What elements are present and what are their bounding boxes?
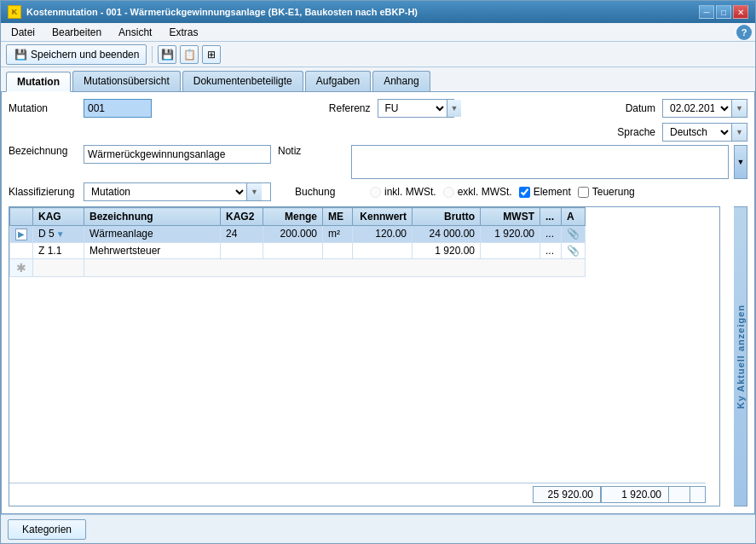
- inkl-mwst-radio-group: inkl. MWSt.: [370, 186, 436, 198]
- new-row[interactable]: ✱: [10, 258, 586, 276]
- tabs-bar: Mutation Mutationsübersicht Dokumentenbe…: [1, 67, 755, 92]
- mutation-input[interactable]: [84, 99, 152, 118]
- col-kag[interactable]: KAG: [33, 208, 84, 226]
- row-me[interactable]: m²: [323, 226, 353, 243]
- save-and-close-button[interactable]: 💾 Speichern und beenden: [6, 44, 147, 65]
- sprache-arrow: ▼: [731, 124, 747, 141]
- side-panel[interactable]: Ky Aktuell anzeigen: [734, 206, 747, 506]
- toolbar-separator: [152, 46, 153, 63]
- row-menge[interactable]: 200.000: [263, 226, 323, 243]
- tab-dokumentenbeteiligte[interactable]: Dokumentenbeteiligte: [182, 71, 303, 91]
- klassifizierung-select[interactable]: Mutation: [84, 183, 246, 200]
- new-row-marker[interactable]: ✱: [10, 258, 33, 276]
- menu-bar: Datei Bearbeiten Ansicht Extras ?: [1, 23, 755, 42]
- notiz-side-button[interactable]: ▼: [734, 145, 747, 179]
- row-kag2[interactable]: 24: [221, 226, 263, 243]
- inkl-mwst-radio[interactable]: [370, 187, 381, 198]
- row-expander: [10, 242, 33, 258]
- save-button[interactable]: 💾: [158, 45, 176, 64]
- col-kennwert[interactable]: Kennwert: [353, 208, 413, 226]
- row-bezeichnung[interactable]: Mehrwertsteuer: [84, 242, 221, 258]
- export-button[interactable]: 📋: [180, 45, 199, 64]
- datum-arrow: ▼: [731, 100, 747, 117]
- bezeichnung-label: Bezeichnung: [9, 145, 77, 157]
- row-kennwert[interactable]: 120.00: [353, 226, 413, 243]
- datum-dropdown[interactable]: 02.02.2012 ▼: [662, 99, 747, 118]
- table-scroll[interactable]: KAG Bezeichnung KAG2 Menge ME Kennwert B…: [9, 207, 719, 483]
- row-me[interactable]: [323, 242, 353, 258]
- referenz-select[interactable]: FU: [378, 100, 447, 117]
- sprache-select[interactable]: Deutsch: [663, 124, 731, 141]
- expander-icon[interactable]: ▶: [15, 229, 27, 240]
- table-container: KAG Bezeichnung KAG2 Menge ME Kennwert B…: [9, 206, 720, 506]
- help-button[interactable]: ?: [736, 25, 752, 40]
- grid-icon: ⊞: [207, 49, 216, 61]
- row-kag[interactable]: D 5 ▼: [33, 226, 84, 243]
- tab-mutation[interactable]: Mutation: [6, 72, 71, 92]
- new-row-kag[interactable]: [33, 258, 84, 276]
- main-content: Mutation Referenz FU ▼ Datum 02.02.2012 …: [1, 92, 755, 514]
- teuerung-label: Teuerung: [592, 186, 635, 198]
- table-row[interactable]: ▶ D 5 ▼ Wärmeanlage 24: [10, 226, 586, 243]
- row-kennwert[interactable]: [353, 242, 413, 258]
- menu-extras[interactable]: Extras: [162, 25, 205, 40]
- tab-aufgaben[interactable]: Aufgaben: [305, 71, 371, 91]
- row-attachment[interactable]: 📎: [562, 226, 586, 243]
- row-mwst[interactable]: 1 920.00: [481, 226, 540, 243]
- klassifizierung-dropdown[interactable]: Mutation ▼: [84, 182, 271, 201]
- row-kag[interactable]: Z 1.1: [33, 242, 84, 258]
- col-mwst[interactable]: MWST: [481, 208, 540, 226]
- referenz-label: Referenz: [320, 102, 371, 114]
- sprache-row: Sprache Deutsch ▼: [9, 123, 747, 142]
- row-dots[interactable]: ...: [540, 226, 562, 243]
- element-label: Element: [534, 186, 571, 198]
- footer-totals: 25 920.00 1 920.00: [9, 483, 706, 506]
- maximize-button[interactable]: □: [716, 5, 731, 19]
- bezeichnung-input[interactable]: [84, 145, 271, 164]
- save2-icon: 💾: [161, 49, 174, 61]
- row-expander[interactable]: ▶: [10, 226, 33, 243]
- new-row-content[interactable]: [84, 258, 586, 276]
- kategorien-button[interactable]: Kategorien: [8, 519, 86, 540]
- klassifizierung-arrow: ▼: [246, 183, 262, 200]
- col-dots[interactable]: ...: [540, 208, 562, 226]
- menu-datei[interactable]: Datei: [4, 25, 42, 40]
- sprache-dropdown[interactable]: Deutsch ▼: [662, 123, 747, 142]
- notiz-input[interactable]: [351, 145, 729, 179]
- col-bezeichnung[interactable]: Bezeichnung: [84, 208, 221, 226]
- mutation-row: Mutation Referenz FU ▼ Datum 02.02.2012 …: [9, 99, 747, 118]
- row-kag2[interactable]: [221, 242, 263, 258]
- col-kag2[interactable]: KAG2: [221, 208, 263, 226]
- tab-mutationsuebersicht[interactable]: Mutationsübersicht: [72, 71, 181, 91]
- minimize-button[interactable]: ─: [699, 5, 714, 19]
- datum-select[interactable]: 02.02.2012: [663, 100, 731, 117]
- close-button[interactable]: ✕: [733, 5, 748, 19]
- menu-ansicht[interactable]: Ansicht: [112, 25, 159, 40]
- teuerung-checkbox[interactable]: [578, 187, 589, 198]
- col-brutto[interactable]: Brutto: [413, 208, 481, 226]
- row-attachment[interactable]: 📎: [562, 242, 586, 258]
- row-brutto[interactable]: 1 920.00: [413, 242, 481, 258]
- mutation-label: Mutation: [9, 102, 77, 114]
- row-brutto[interactable]: 24 000.00: [413, 226, 481, 243]
- bezeichnung-row: Bezeichnung Notiz ▼: [9, 145, 747, 179]
- row-dots[interactable]: ...: [540, 242, 562, 258]
- row-mwst[interactable]: [481, 242, 540, 258]
- col-menge[interactable]: Menge: [263, 208, 323, 226]
- tab-anhang[interactable]: Anhang: [372, 71, 430, 91]
- grid-button[interactable]: ⊞: [202, 45, 221, 64]
- col-me[interactable]: ME: [323, 208, 353, 226]
- bottom-bar: Kategorien: [1, 514, 755, 543]
- inkl-mwst-label: inkl. MWSt.: [384, 186, 436, 198]
- referenz-dropdown[interactable]: FU ▼: [378, 99, 454, 118]
- row-menge[interactable]: [263, 242, 323, 258]
- element-checkbox[interactable]: [519, 187, 530, 198]
- row-bezeichnung[interactable]: Wärmeanlage: [84, 226, 221, 243]
- export-icon: 📋: [183, 49, 196, 61]
- exkl-mwst-radio-group: exkl. MWSt.: [443, 186, 512, 198]
- col-attachment: A: [562, 208, 586, 226]
- exkl-mwst-radio[interactable]: [443, 187, 454, 198]
- table-row[interactable]: Z 1.1 Mehrwertsteuer 1 920.00 ... 📎: [10, 242, 586, 258]
- kag-dropdown-icon[interactable]: ▼: [56, 229, 65, 239]
- menu-bearbeiten[interactable]: Bearbeiten: [45, 25, 108, 40]
